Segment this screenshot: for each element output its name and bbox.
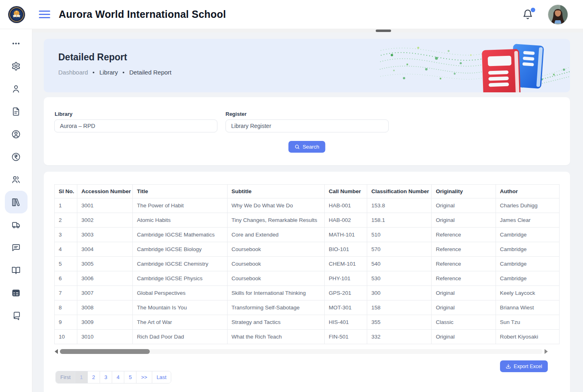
table-cell: PHY-101 — [325, 271, 367, 286]
page-button-3[interactable]: 3 — [100, 371, 112, 383]
library-select[interactable] — [54, 119, 217, 132]
table-cell: Coursebook — [227, 271, 324, 286]
table-cell: Cambridge IGCSE Physics — [133, 271, 227, 286]
column-header: Originality — [432, 185, 496, 198]
table-cell: Cambridge IGCSE Biology — [133, 242, 227, 257]
table-cell: Coursebook — [227, 257, 324, 271]
table-cell: Reference — [432, 271, 496, 286]
report-table-panel: Sl No.Accession NumberTitleSubtitleCall … — [44, 172, 570, 392]
table-cell: 8 — [55, 300, 77, 315]
table-cell: 3002 — [77, 213, 133, 228]
table-cell: Cambridge IGCSE Mathematics — [133, 228, 227, 242]
table-cell: 153.8 — [367, 198, 432, 213]
school-logo — [8, 6, 26, 23]
user-icon[interactable] — [5, 77, 28, 100]
table-cell: HIS-401 — [325, 315, 367, 330]
table-cell: CHEM-101 — [325, 257, 367, 271]
settings-gear-icon[interactable] — [5, 55, 28, 77]
scroll-left-arrow-icon[interactable] — [55, 349, 58, 354]
table-cell: 158.1 — [367, 213, 432, 228]
table-cell: 1 — [55, 198, 77, 213]
table-cell: 510 — [367, 228, 432, 242]
open-book-icon[interactable] — [5, 259, 28, 281]
table-cell: 540 — [367, 257, 432, 271]
hamburger-menu-icon[interactable] — [39, 11, 50, 18]
search-button[interactable]: Search — [288, 141, 325, 153]
banner-title: Detailed Report — [58, 52, 127, 63]
bell-icon[interactable] — [522, 9, 534, 20]
register-select[interactable] — [226, 119, 389, 132]
page-button-1[interactable]: 1 — [75, 371, 87, 383]
table-cell: 300 — [367, 286, 432, 300]
users-group-icon[interactable] — [5, 168, 28, 191]
library-books-icon[interactable] — [5, 191, 28, 213]
table-row: 63006Cambridge IGCSE PhysicsCoursebookPH… — [55, 271, 560, 286]
table-row: 93009The Art of WarStrategy and TacticsH… — [55, 315, 560, 330]
page-hscrollbar-thumb[interactable] — [376, 30, 391, 32]
table-grid-icon[interactable] — [5, 281, 28, 304]
page-button-[interactable]: >> — [136, 371, 152, 383]
table-cell: HAB-002 — [325, 213, 367, 228]
table-cell: Cambridge — [496, 271, 559, 286]
table-cell: 3005 — [77, 257, 133, 271]
table-row: 83008The Mountain Is YouTransforming Sel… — [55, 300, 560, 315]
table-hscrollbar — [55, 349, 548, 354]
table-header-row: Sl No.Accession NumberTitleSubtitleCall … — [55, 185, 560, 198]
table-cell: Reference — [432, 257, 496, 271]
table-cell: Tiny Changes, Remarkable Results — [227, 213, 324, 228]
table-cell: Reference — [432, 228, 496, 242]
table-cell: Skills for International Thinking — [227, 286, 324, 300]
page-banner: Detailed Report Dashboard Library Detail… — [44, 39, 570, 92]
table-row: 33003Cambridge IGCSE MathematicsCore and… — [55, 228, 560, 242]
table-cell: Cambridge IGCSE Chemistry — [133, 257, 227, 271]
table-cell: Original — [432, 300, 496, 315]
table-cell: Original — [432, 198, 496, 213]
table-cell: 355 — [367, 315, 432, 330]
table-cell: Original — [432, 330, 496, 344]
download-icon — [506, 364, 511, 369]
table-cell: 2 — [55, 213, 77, 228]
user-circle-icon[interactable] — [5, 123, 28, 145]
notification-dot — [531, 8, 535, 12]
table-cell: 6 — [55, 271, 77, 286]
table-cell: 7 — [55, 286, 77, 300]
table-cell: 3 — [55, 228, 77, 242]
page-button-2[interactable]: 2 — [88, 371, 100, 383]
table-hscrollbar-track[interactable] — [60, 349, 543, 354]
table-cell: Atomic Habits — [133, 213, 227, 228]
breadcrumb-dashboard[interactable]: Dashboard — [58, 69, 88, 76]
table-cell: 10 — [55, 330, 77, 344]
breadcrumb-detailed-report: Detailed Report — [129, 69, 171, 76]
rupee-circle-icon[interactable] — [5, 145, 28, 168]
table-cell: 9 — [55, 315, 77, 330]
table-cell: What the Rich Teach — [227, 330, 324, 344]
chat-bubbles-icon[interactable] — [5, 304, 28, 327]
page-button-last[interactable]: Last — [152, 371, 171, 383]
filter-panel: Library Register Search — [44, 97, 570, 165]
page-button-4[interactable]: 4 — [112, 371, 124, 383]
table-cell: 5 — [55, 257, 77, 271]
scroll-right-arrow-icon[interactable] — [545, 349, 548, 354]
table-cell: 332 — [367, 330, 432, 344]
document-icon[interactable] — [5, 100, 28, 123]
export-excel-button[interactable]: Export Excel — [500, 360, 548, 372]
table-cell: 4 — [55, 242, 77, 257]
table-cell: 3007 — [77, 286, 133, 300]
page-button-first[interactable]: First — [56, 371, 75, 383]
column-header: Accession Number — [77, 185, 133, 198]
page-button-5[interactable]: 5 — [124, 371, 136, 383]
table-cell: GPS-201 — [325, 286, 367, 300]
table-cell: 3004 — [77, 242, 133, 257]
transport-truck-icon[interactable] — [5, 213, 28, 236]
table-hscrollbar-thumb[interactable] — [60, 349, 150, 354]
books-illustration — [380, 39, 570, 92]
table-cell: BIO-101 — [325, 242, 367, 257]
breadcrumb-library[interactable]: Library — [99, 69, 118, 76]
table-cell: Core and Extended — [227, 228, 324, 242]
message-icon[interactable] — [5, 236, 28, 259]
user-avatar[interactable] — [548, 5, 568, 24]
ellipsis-icon[interactable] — [5, 32, 28, 55]
table-cell: 3001 — [77, 198, 133, 213]
table-cell: Rich Dad Poor Dad — [133, 330, 227, 344]
table-cell: Strategy and Tactics — [227, 315, 324, 330]
